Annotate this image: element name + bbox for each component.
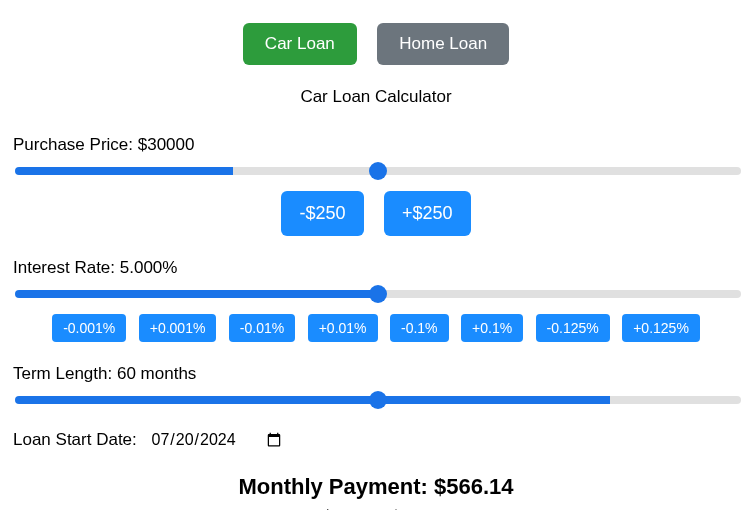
total-interest-label: Total Interest: $ [298, 506, 401, 510]
purchase-price-slider[interactable] [15, 167, 741, 175]
loan-start-date-label: Loan Start Date: [13, 430, 142, 449]
term-length-label-prefix: Term Length: [13, 364, 117, 383]
tab-home-loan[interactable]: Home Loan [377, 23, 509, 65]
interest-rate-step-7[interactable]: +0.125% [622, 314, 700, 342]
interest-rate-step-5[interactable]: +0.1% [461, 314, 523, 342]
interest-rate-step-1[interactable]: +0.001% [139, 314, 217, 342]
interest-rate-slider-row [13, 284, 739, 302]
interest-rate-step-row: -0.001% +0.001% -0.01% +0.01% -0.1% +0.1… [13, 314, 739, 342]
purchase-price-decrease-button[interactable]: -$250 [281, 191, 363, 236]
monthly-payment-value: 566.14 [446, 474, 513, 499]
term-length-label: Term Length: 60 months [13, 364, 739, 384]
interest-rate-step-0[interactable]: -0.001% [52, 314, 126, 342]
term-length-slider-row [13, 390, 739, 408]
purchase-price-value: 30000 [147, 135, 194, 154]
interest-rate-step-6[interactable]: -0.125% [536, 314, 610, 342]
term-length-suffix: months [136, 364, 196, 383]
total-interest-value: 4003.22 [400, 506, 454, 510]
term-length-value: 60 [117, 364, 136, 383]
loan-start-date-input[interactable] [150, 430, 284, 450]
term-length-slider[interactable] [15, 396, 741, 404]
tab-car-loan[interactable]: Car Loan [243, 23, 357, 65]
purchase-price-slider-row [13, 161, 739, 179]
interest-rate-step-3[interactable]: +0.01% [308, 314, 378, 342]
purchase-price-step-row: -$250 +$250 [13, 191, 739, 236]
monthly-payment-label: Monthly Payment: $ [238, 474, 446, 499]
purchase-price-label: Purchase Price: $30000 [13, 135, 739, 155]
interest-rate-step-4[interactable]: -0.1% [390, 314, 449, 342]
interest-rate-step-2[interactable]: -0.01% [229, 314, 295, 342]
loan-start-date-row: Loan Start Date: [13, 430, 739, 450]
interest-rate-label: Interest Rate: 5.000% [13, 258, 739, 278]
interest-rate-label-prefix: Interest Rate: [13, 258, 120, 277]
interest-rate-value: 5.000 [120, 258, 163, 277]
page-title: Car Loan Calculator [13, 87, 739, 107]
loan-type-tabs: Car Loan Home Loan [13, 23, 739, 65]
interest-rate-slider[interactable] [15, 290, 741, 298]
purchase-price-label-prefix: Purchase Price: $ [13, 135, 147, 154]
monthly-payment: Monthly Payment: $566.14 [13, 474, 739, 500]
interest-rate-suffix: % [162, 258, 177, 277]
purchase-price-increase-button[interactable]: +$250 [384, 191, 471, 236]
total-interest: Total Interest: $4003.22 [13, 506, 739, 510]
